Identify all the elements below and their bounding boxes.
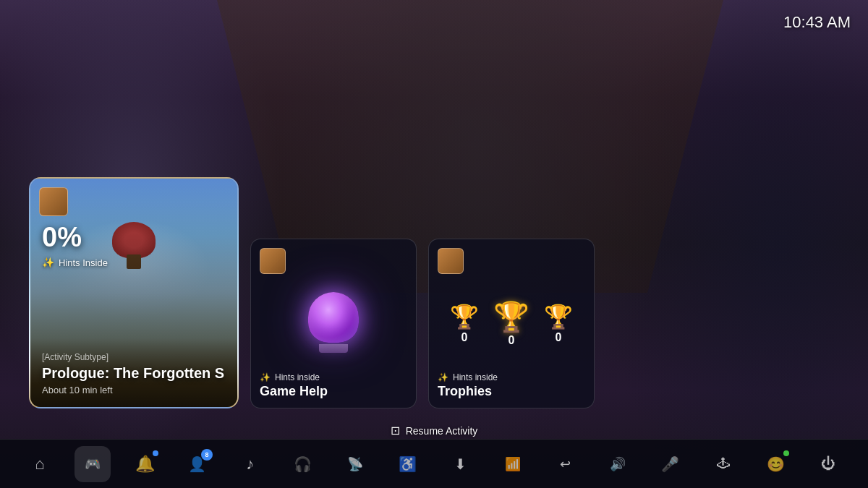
game-help-hints-label: ✨ Hints inside [260, 372, 407, 382]
progress-percentage: 0% [42, 222, 82, 253]
resume-label: Resume Activity [406, 425, 478, 437]
lightbulb-icon [305, 292, 362, 357]
gold-trophy-count: 0 [509, 334, 515, 347]
hint-bulb-icon: ✨ [42, 257, 54, 268]
content-area: 0% ✨ Hints Inside [Activity Subtype] Pro… [29, 177, 839, 408]
profile-avatar-icon: 😊 [767, 455, 785, 473]
game-help-card[interactable]: ✨ Hints inside Game Help [250, 239, 417, 408]
activity-card[interactable]: 0% ✨ Hints Inside [Activity Subtype] Pro… [29, 177, 239, 408]
remote-play-icon: ↩ [560, 456, 571, 472]
nav-controller[interactable]: 🕹 [705, 446, 741, 482]
bronze-trophy: 🏆 0 [544, 305, 573, 344]
game-library-icon: 🎮 [85, 456, 101, 472]
game-help-card-header [260, 248, 407, 274]
gold-trophy-icon: 🏆 [493, 302, 529, 331]
notification-dot [153, 450, 158, 456]
podcast-icon: 🎧 [294, 455, 312, 473]
trophies-title: Trophies [438, 384, 585, 399]
activity-card-top [39, 187, 68, 216]
trophies-container: 🏆 0 🏆 0 🏆 0 [438, 280, 585, 369]
profile-online-dot [783, 450, 789, 456]
bronze-trophy-count: 0 [556, 331, 562, 344]
resume-activity-bar[interactable]: ⊡ Resume Activity [391, 424, 478, 437]
trophies-game-thumb [438, 248, 464, 274]
nav-sound[interactable]: 🔊 [600, 446, 636, 482]
trophies-spark-icon: ✨ [438, 372, 448, 382]
hints-inside-label: ✨ Hints Inside [42, 257, 108, 268]
silver-trophy-count: 0 [461, 331, 468, 344]
nav-profile[interactable]: 😊 [757, 446, 793, 482]
silver-trophy: 🏆 0 [450, 305, 479, 344]
notification-bell-icon: 🔔 [135, 455, 155, 474]
nav-downloads[interactable]: ⬇ [442, 446, 478, 482]
nav-notifications[interactable]: 🔔 [127, 446, 163, 482]
accessibility-icon: ♿ [399, 455, 417, 473]
power-icon: ⏻ [821, 455, 835, 472]
nav-game-library[interactable]: 🎮 [75, 446, 111, 482]
hints-spark-icon: ✨ [260, 372, 271, 382]
silver-trophy-icon: 🏆 [450, 305, 479, 328]
game-help-thumb [260, 248, 286, 274]
feed-icon: 📶 [505, 456, 521, 472]
lightbulb-body [308, 292, 359, 343]
resume-icon: ⊡ [391, 424, 400, 437]
nav-friends[interactable]: 👤 8 [179, 446, 216, 482]
friends-badge: 8 [201, 449, 213, 461]
streaming-icon: 📡 [347, 456, 363, 472]
nav-feed[interactable]: 📶 [495, 446, 531, 482]
nav-streaming[interactable]: 📡 [337, 446, 373, 482]
home-icon: ⌂ [35, 455, 44, 474]
nav-mic[interactable]: 🎤 [652, 446, 689, 482]
nav-home[interactable]: ⌂ [22, 446, 58, 482]
volume-icon: 🔊 [610, 456, 626, 472]
lightbulb-base [319, 344, 348, 353]
microphone-icon: 🎤 [661, 455, 679, 473]
trophies-card[interactable]: 🏆 0 🏆 0 🏆 0 ✨ Hints inside Trophies [428, 239, 595, 408]
activity-title: Prologue: The Forgotten S [42, 365, 226, 382]
music-icon: ♪ [246, 455, 254, 474]
nav-remote-play[interactable]: ↩ [548, 446, 584, 482]
bronze-trophy-icon: 🏆 [544, 305, 573, 328]
game-help-title: Game Help [260, 384, 407, 399]
system-clock: 10:43 AM [783, 13, 851, 32]
download-icon: ⬇ [454, 455, 467, 473]
gold-trophy: 🏆 0 [493, 302, 529, 347]
lightbulb-container [260, 280, 407, 369]
bottom-navigation: ⌂ 🎮 🔔 👤 8 ♪ 🎧 📡 ♿ ⬇ 📶 ↩ 🔊 🎤 [0, 439, 868, 488]
activity-card-bottom: [Activity Subtype] Prologue: The Forgott… [42, 352, 226, 395]
activity-time: About 10 min left [42, 385, 226, 395]
nav-podcast[interactable]: 🎧 [284, 446, 320, 482]
nav-music[interactable]: ♪ [232, 446, 268, 482]
trophies-hints-label: ✨ Hints inside [438, 372, 585, 382]
game-thumbnail-small [39, 187, 68, 216]
nav-power[interactable]: ⏻ [810, 446, 846, 482]
controller-icon: 🕹 [717, 456, 730, 471]
nav-accessibility[interactable]: ♿ [390, 446, 426, 482]
cards-row: 0% ✨ Hints Inside [Activity Subtype] Pro… [29, 177, 839, 408]
activity-subtype: [Activity Subtype] [42, 352, 226, 362]
trophies-card-header [438, 248, 585, 274]
